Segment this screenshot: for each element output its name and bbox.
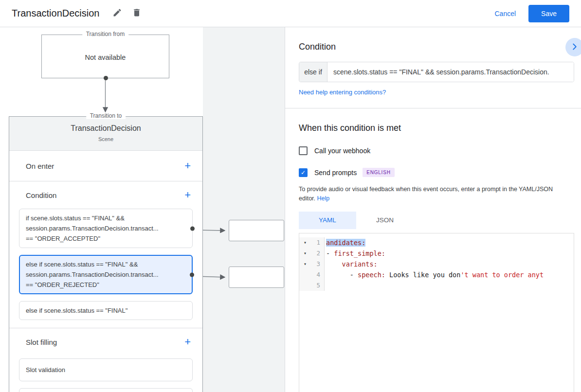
- line-number: 1: [311, 237, 323, 248]
- send-prompts-label: Send prompts: [314, 169, 357, 177]
- tab-yaml[interactable]: YAML: [299, 212, 356, 229]
- condition-expression-input[interactable]: [327, 62, 574, 82]
- prompt-description: To provide audio or visual feedback when…: [299, 185, 569, 204]
- transition-from-box: Transition from Not available: [41, 35, 169, 78]
- transition-to-legend: Transition to: [86, 112, 126, 119]
- language-badge: ENGLISH: [363, 168, 395, 177]
- condition-section: Condition + if scene.slots.status == "FI…: [9, 181, 202, 328]
- connector-dot: [190, 272, 194, 277]
- scene-title: TransactionDecision: [9, 124, 202, 133]
- condition-expression-row: else if: [299, 62, 574, 82]
- code-line: 5: [299, 280, 574, 291]
- connector-dot: [104, 76, 108, 80]
- send-prompts-checkbox[interactable]: ✓: [299, 168, 308, 177]
- panel-divider: [285, 108, 581, 108]
- yaml-code-editor[interactable]: ▾ 1 andidates: ▾ 2 - first_simple: ▾ 3 v…: [299, 233, 574, 392]
- prompt-help-link[interactable]: Help: [317, 195, 330, 202]
- when-condition-met-title: When this condition is met: [299, 123, 581, 133]
- scene-canvas: Transition from Not available Transition…: [0, 27, 285, 392]
- condition-section-label: Condition: [26, 191, 56, 199]
- add-condition-button[interactable]: +: [181, 188, 195, 202]
- connector-dot: [190, 226, 195, 231]
- pencil-icon: [112, 8, 122, 19]
- condition-operator-label: else if: [299, 62, 327, 82]
- delete-scene-button[interactable]: [128, 5, 145, 22]
- condition-item-accepted[interactable]: if scene.slots.status == "FINAL" && sess…: [19, 209, 193, 248]
- call-webhook-checkbox[interactable]: [299, 146, 308, 155]
- cancel-button[interactable]: Cancel: [490, 6, 521, 21]
- list-item[interactable]: [19, 388, 193, 392]
- page-title: TransactionDecision: [12, 8, 99, 19]
- collapse-panel-button[interactable]: [565, 38, 581, 56]
- chevron-right-icon: [569, 41, 580, 53]
- line-number: 5: [311, 280, 323, 291]
- transition-target-box[interactable]: [229, 267, 284, 288]
- code-line: 4 - speech: Looks like you don't want to…: [299, 269, 574, 280]
- on-enter-label: On enter: [26, 162, 54, 170]
- trash-icon: [132, 8, 142, 19]
- slot-filling-section: Slot filling + Slot validation: [9, 328, 202, 392]
- topbar: TransactionDecision Cancel Save: [0, 0, 581, 27]
- condition-item-rejected-selected[interactable]: else if scene.slots.status == "FINAL" &&…: [19, 255, 193, 294]
- fold-toggle-icon[interactable]: ▾: [299, 248, 311, 259]
- code-line: ▾ 1 andidates:: [299, 237, 574, 248]
- scene-card: Transition to TransactionDecision Scene …: [9, 116, 203, 392]
- fold-toggle-icon[interactable]: ▾: [299, 259, 311, 269]
- slot-validation-item[interactable]: Slot validation: [19, 358, 193, 381]
- condition-item-final[interactable]: else if scene.slots.status == "FINAL": [19, 301, 193, 320]
- checkmark-icon: ✓: [301, 169, 306, 176]
- call-webhook-label: Call your webhook: [314, 147, 370, 155]
- on-enter-section: On enter +: [9, 151, 202, 181]
- line-number: 3: [311, 259, 323, 269]
- panel-title: Condition: [299, 42, 567, 52]
- slot-filling-label: Slot filling: [26, 338, 57, 346]
- canvas-gutter: [203, 27, 285, 392]
- webhook-row: Call your webhook: [299, 146, 581, 155]
- fold-toggle-icon[interactable]: ▾: [299, 237, 311, 248]
- transition-from-legend: Transition from: [82, 31, 129, 37]
- tab-json[interactable]: JSON: [356, 212, 414, 229]
- line-number: 4: [311, 269, 323, 280]
- editor-tabs: YAML JSON: [299, 212, 581, 229]
- send-prompts-row: ✓ Send prompts ENGLISH: [299, 168, 581, 177]
- line-number: 2: [311, 248, 323, 259]
- scene-card-header[interactable]: TransactionDecision Scene: [9, 117, 202, 151]
- condition-help-link[interactable]: Need help entering conditions?: [299, 89, 386, 96]
- add-on-enter-button[interactable]: +: [181, 159, 195, 173]
- transition-target-box[interactable]: [229, 220, 284, 241]
- code-line: ▾ 3 variants:: [299, 259, 574, 269]
- edit-title-button[interactable]: [109, 5, 126, 22]
- transition-from-value: Not available: [42, 53, 169, 61]
- save-button[interactable]: Save: [528, 5, 569, 22]
- add-slot-button[interactable]: +: [181, 335, 195, 349]
- scene-subtitle: Scene: [9, 136, 202, 142]
- condition-editor-panel: Condition else if Need help entering con…: [285, 27, 581, 392]
- code-line: ▾ 2 - first_simple:: [299, 248, 574, 259]
